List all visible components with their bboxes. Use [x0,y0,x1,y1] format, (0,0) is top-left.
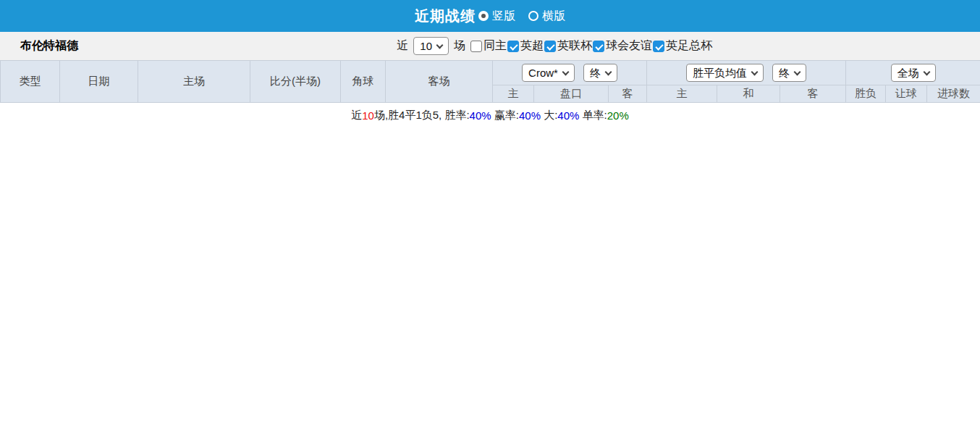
filter-checkbox-label[interactable]: 英足总杯 [666,38,712,54]
summary-segment: 单率: [579,109,607,122]
filter-checkbox-group: 同主英超英联杯球会友谊英足总杯 [470,38,713,54]
vertical-layout-radio[interactable] [478,11,489,21]
summary-segment: 场,胜4平1负5, 胜率: [374,109,470,122]
chevron-down-icon [751,68,759,75]
horizontal-layout-label[interactable]: 横版 [542,9,565,24]
team-name: 布伦特福德 [20,38,78,54]
horizontal-layout-radio[interactable] [528,11,538,21]
header-away: 客场 [386,61,493,103]
header-type: 类型 [1,61,60,103]
header-corner: 角球 [341,61,386,103]
chevron-down-icon [562,68,569,75]
match-count-select[interactable]: 10 [413,37,449,56]
header-score: 比分(半场) [250,61,341,103]
summary-segment: 40% [519,109,541,122]
subheader-avg-away: 客 [780,85,846,103]
filter-option: 英超 [507,38,544,54]
filter-checkbox-label[interactable]: 英联杯 [557,38,592,54]
scope-selector-cell: 全场 [846,61,980,85]
match-count-value: 10 [420,39,432,54]
subheader-result: 胜负 [846,85,886,103]
filter-option: 英足总杯 [653,38,713,54]
filter-checkbox[interactable] [593,41,604,52]
chevron-down-icon [923,68,930,75]
filter-checkbox-label[interactable]: 英超 [520,38,544,54]
handicap-time-select[interactable]: 终 [583,64,617,83]
filter-checkbox-label[interactable]: 球会友谊 [606,38,652,54]
header-home: 主场 [138,61,250,103]
subheader-avg-draw: 和 [717,85,780,103]
subheader-handicap-result: 让球 [886,85,927,103]
handicap-selector-cell: Crow* 终 [493,61,647,85]
avg-odds-select-value: 胜平负均值 [693,66,747,80]
filter-controls: 近 10 场 同主英超英联杯球会友谊英足总杯 [397,37,713,56]
subheader-goals: 进球数 [927,85,980,103]
chevron-down-icon [436,41,444,49]
filter-checkbox[interactable] [653,41,664,52]
subheader-avg-home: 主 [647,85,717,103]
summary-segment: 10 [362,109,374,122]
subheader-handicap-away: 客 [609,85,647,103]
page-title: 近期战绩 [415,7,476,26]
near-label: 近 [397,38,408,54]
summary-footer: 近10场,胜4平1负5, 胜率:40% 赢率:40% 大:40% 单率:20% [0,103,980,128]
filter-option: 同主 [470,38,507,54]
avg-time-select[interactable]: 终 [772,64,806,83]
bookmaker-select[interactable]: Crow* [522,64,575,83]
chevron-down-icon [794,68,801,75]
summary-segment: 40% [557,109,579,122]
filter-checkbox[interactable] [470,41,482,52]
filter-option: 英联杯 [544,38,593,54]
summary-segment: 20% [607,109,629,122]
filter-checkbox[interactable] [507,41,519,52]
summary-segment: 大: [541,109,557,122]
header-date: 日期 [60,61,138,103]
recent-results-header: 近期战绩 竖版 横版 [0,0,980,32]
avg-odds-select[interactable]: 胜平负均值 [686,64,764,83]
filter-checkbox-label[interactable]: 同主 [483,38,507,54]
avg-time-value: 终 [779,66,790,80]
summary-segment: 近 [351,109,362,122]
summary-segment: 40% [470,109,491,122]
avg-odds-selector-cell: 胜平负均值 终 [647,61,846,85]
chevron-down-icon [604,68,612,75]
games-label: 场 [454,38,465,54]
scope-select[interactable]: 全场 [891,64,936,83]
bookmaker-select-value: Crow* [528,66,558,80]
subheader-handicap-home: 主 [493,85,534,103]
filter-option: 球会友谊 [593,38,653,54]
subheader-handicap-line: 盘口 [534,85,609,103]
summary-segment: 赢率: [491,109,519,122]
filter-bar: 布伦特福德 近 10 场 同主英超英联杯球会友谊英足总杯 [0,32,980,60]
handicap-time-value: 终 [590,66,601,80]
filter-checkbox[interactable] [544,41,556,52]
results-table: 类型 日期 主场 比分(半场) 角球 客场 Crow* 终 [0,60,980,103]
vertical-layout-label[interactable]: 竖版 [492,9,515,24]
scope-select-value: 全场 [897,66,919,80]
